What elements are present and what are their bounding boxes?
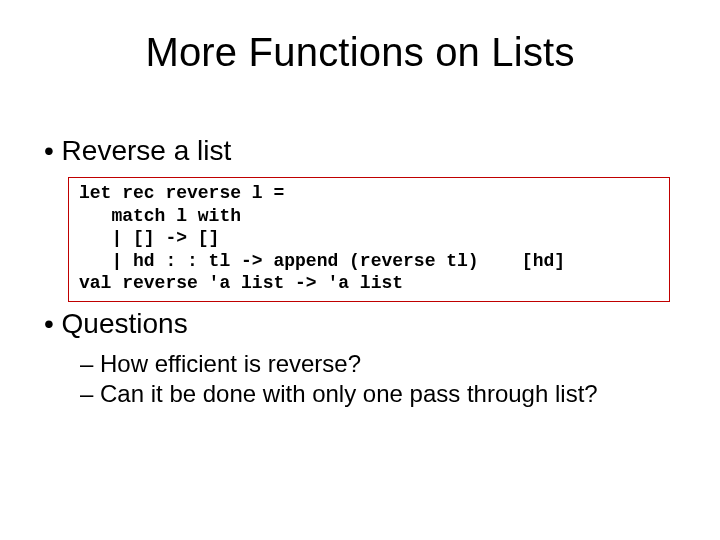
slide-title: More Functions on Lists: [40, 30, 680, 75]
code-block: let rec reverse l = match l with | [] ->…: [68, 177, 670, 302]
code-line-2: match l with: [79, 206, 241, 226]
code-line-3: | [] -> []: [79, 228, 219, 248]
code-line-5: val reverse 'a list -> 'a list: [79, 273, 403, 293]
bullet-q2: Can it be done with only one pass throug…: [80, 380, 680, 408]
slide: More Functions on Lists Reverse a list l…: [0, 0, 720, 540]
bullet-questions: Questions: [40, 308, 680, 340]
bullet-reverse: Reverse a list: [40, 135, 680, 167]
bullet-q1: How efficient is reverse?: [80, 350, 680, 378]
code-line-1: let rec reverse l =: [79, 183, 284, 203]
code-line-4: | hd : : tl -> append (reverse tl) [hd]: [79, 251, 565, 271]
